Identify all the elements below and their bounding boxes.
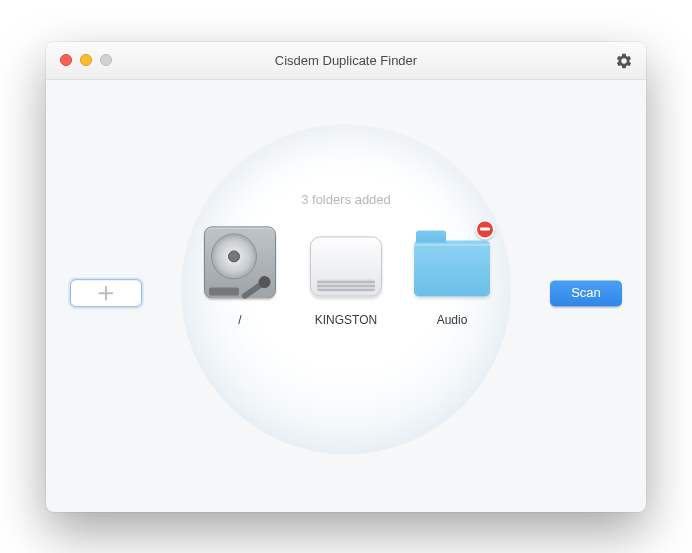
status-text: 3 folders added (301, 192, 391, 207)
scan-button[interactable]: Scan (550, 280, 622, 306)
close-window-button[interactable] (60, 54, 72, 66)
window-controls (46, 54, 112, 66)
maximize-window-button (100, 54, 112, 66)
external-drive-icon (307, 223, 385, 301)
plus-icon (95, 282, 117, 304)
folder-icon (413, 223, 491, 301)
folder-item-audio[interactable]: Audio (408, 223, 496, 327)
folder-list: / KINGSTON Audio (196, 223, 496, 327)
gear-icon (615, 52, 633, 70)
remove-folder-button[interactable] (475, 219, 495, 239)
folder-item-root[interactable]: / (196, 223, 284, 327)
titlebar: Cisdem Duplicate Finder (46, 42, 646, 80)
folder-item-label: Audio (437, 313, 468, 327)
folder-item-label: KINGSTON (315, 313, 377, 327)
folder-item-kingston[interactable]: KINGSTON (302, 223, 390, 327)
settings-button[interactable] (614, 51, 634, 71)
main-content: 3 folders added / (46, 80, 646, 512)
add-folder-button[interactable] (70, 279, 142, 307)
window-title: Cisdem Duplicate Finder (46, 53, 646, 68)
folder-item-label: / (238, 313, 241, 327)
app-window: Cisdem Duplicate Finder 3 folders added (46, 42, 646, 512)
minimize-window-button[interactable] (80, 54, 92, 66)
internal-drive-icon (201, 223, 279, 301)
drop-zone[interactable]: 3 folders added / (181, 124, 511, 454)
scan-button-label: Scan (571, 285, 601, 300)
